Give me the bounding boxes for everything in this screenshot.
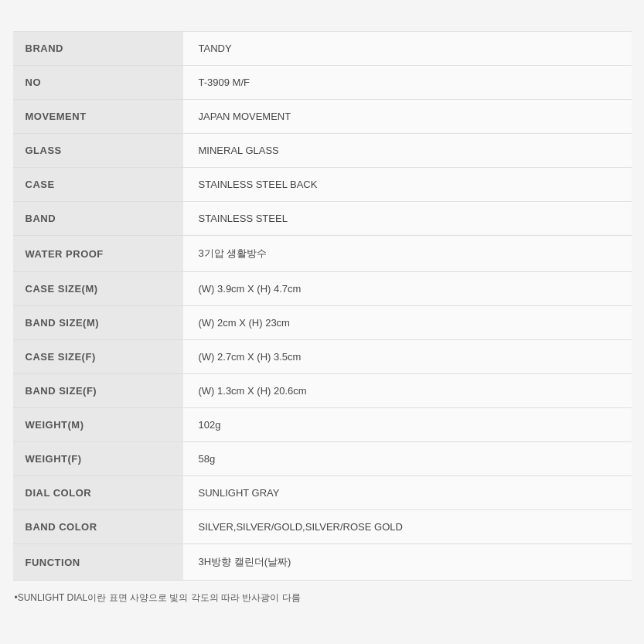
row-value: 3기압 생활방수 xyxy=(183,236,632,272)
row-label: BAND SIZE(M) xyxy=(13,306,183,340)
row-value: 58g xyxy=(183,442,632,476)
table-row: CASESTAINLESS STEEL BACK xyxy=(13,168,632,202)
row-label: GLASS xyxy=(13,134,183,168)
table-row: CASE SIZE(F)(W) 2.7cm X (H) 3.5cm xyxy=(13,340,632,374)
row-value: SUNLIGHT GRAY xyxy=(183,476,632,510)
row-value: T-3909 M/F xyxy=(183,66,632,100)
row-value: TANDY xyxy=(183,32,632,66)
table-row: WATER PROOF3기압 생활방수 xyxy=(13,236,632,272)
table-row: BANDSTAINLESS STEEL xyxy=(13,202,632,236)
row-value: STAINLESS STEEL xyxy=(183,202,632,236)
spec-container: BRANDTANDYNOT-3909 M/FMOVEMENTJAPAN MOVE… xyxy=(13,31,632,605)
row-label: BAND SIZE(F) xyxy=(13,374,183,408)
spec-table: BRANDTANDYNOT-3909 M/FMOVEMENTJAPAN MOVE… xyxy=(13,31,632,581)
row-value: 102g xyxy=(183,408,632,442)
table-row: CASE SIZE(M)(W) 3.9cm X (H) 4.7cm xyxy=(13,272,632,306)
row-label: CASE SIZE(M) xyxy=(13,272,183,306)
table-row: WEIGHT(M)102g xyxy=(13,408,632,442)
table-row: DIAL COLORSUNLIGHT GRAY xyxy=(13,476,632,510)
row-label: CASE SIZE(F) xyxy=(13,340,183,374)
row-label: CASE xyxy=(13,168,183,202)
table-row: BAND COLORSILVER,SILVER/GOLD,SILVER/ROSE… xyxy=(13,510,632,544)
table-row: FUNCTION3H방향 캘린더(날짜) xyxy=(13,544,632,581)
row-label: BAND xyxy=(13,202,183,236)
table-row: BRANDTANDY xyxy=(13,32,632,66)
row-label: FUNCTION xyxy=(13,544,183,581)
row-label: MOVEMENT xyxy=(13,100,183,134)
table-row: BAND SIZE(F)(W) 1.3cm X (H) 20.6cm xyxy=(13,374,632,408)
table-row: MOVEMENTJAPAN MOVEMENT xyxy=(13,100,632,134)
row-label: BAND COLOR xyxy=(13,510,183,544)
row-label: NO xyxy=(13,66,183,100)
footnote: •SUNLIGHT DIAL이란 표면 사양으로 빛의 각도의 따라 반사광이 … xyxy=(13,591,632,605)
row-value: (W) 3.9cm X (H) 4.7cm xyxy=(183,272,632,306)
table-row: WEIGHT(F)58g xyxy=(13,442,632,476)
row-value: STAINLESS STEEL BACK xyxy=(183,168,632,202)
row-value: (W) 1.3cm X (H) 20.6cm xyxy=(183,374,632,408)
table-row: BAND SIZE(M)(W) 2cm X (H) 23cm xyxy=(13,306,632,340)
row-value: 3H방향 캘린더(날짜) xyxy=(183,544,632,581)
row-label: WATER PROOF xyxy=(13,236,183,272)
row-label: WEIGHT(M) xyxy=(13,408,183,442)
row-label: DIAL COLOR xyxy=(13,476,183,510)
row-value: JAPAN MOVEMENT xyxy=(183,100,632,134)
row-value: (W) 2.7cm X (H) 3.5cm xyxy=(183,340,632,374)
table-row: GLASSMINERAL GLASS xyxy=(13,134,632,168)
row-value: SILVER,SILVER/GOLD,SILVER/ROSE GOLD xyxy=(183,510,632,544)
row-label: WEIGHT(F) xyxy=(13,442,183,476)
row-value: MINERAL GLASS xyxy=(183,134,632,168)
row-value: (W) 2cm X (H) 23cm xyxy=(183,306,632,340)
row-label: BRAND xyxy=(13,32,183,66)
table-row: NOT-3909 M/F xyxy=(13,66,632,100)
